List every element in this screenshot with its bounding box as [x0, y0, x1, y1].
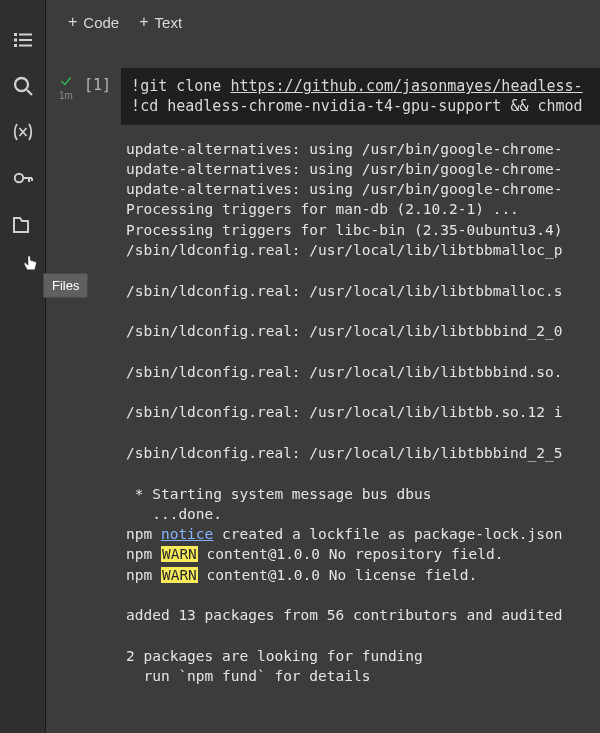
secrets-key-icon[interactable] [11, 166, 35, 190]
svg-rect-2 [14, 39, 17, 42]
execution-time: 1m [59, 90, 73, 101]
output-line: /sbin/ldconfig.real: /usr/local/lib/libt… [126, 240, 600, 260]
output-line [126, 626, 600, 646]
output-line: 2 packages are looking for funding [126, 646, 600, 666]
output-line: update-alternatives: using /usr/bin/goog… [126, 179, 600, 199]
code-editor[interactable]: !git clone https://github.com/jasonmayes… [121, 68, 600, 125]
output-line [126, 423, 600, 443]
main-panel: + Code + Text 1m [1] !git clone https://… [46, 0, 600, 733]
svg-rect-3 [19, 39, 32, 41]
tooltip: Files [43, 273, 88, 298]
output-line [126, 341, 600, 361]
svg-point-8 [14, 174, 22, 182]
svg-rect-0 [14, 33, 17, 36]
add-text-button[interactable]: + Text [139, 13, 182, 31]
code-text: cd headless-chrome-nvidia-t4-gpu-support… [140, 97, 583, 115]
output-line: ...done. [126, 504, 600, 524]
svg-rect-5 [19, 45, 32, 47]
code-text: git clone [140, 77, 230, 95]
plus-icon: + [68, 13, 77, 31]
npm-warn-badge: WARN [161, 567, 198, 583]
output-line: /sbin/ldconfig.real: /usr/local/lib/libt… [126, 281, 600, 301]
output-line [126, 463, 600, 483]
output-line [126, 260, 600, 280]
table-of-contents-icon[interactable] [11, 28, 35, 52]
output-line: /sbin/ldconfig.real: /usr/local/lib/libt… [126, 443, 600, 463]
output-line: update-alternatives: using /usr/bin/goog… [126, 159, 600, 179]
output-line: /sbin/ldconfig.real: /usr/local/lib/libt… [126, 402, 600, 422]
add-code-label: Code [83, 14, 119, 31]
execution-gutter[interactable]: 1m [56, 68, 76, 687]
output-line: npm WARN content@1.0.0 No license field. [126, 565, 600, 585]
svg-point-6 [15, 78, 28, 91]
svg-line-7 [27, 90, 32, 95]
output-line: /sbin/ldconfig.real: /usr/local/lib/libt… [126, 362, 600, 382]
cell-index: [1] [84, 68, 111, 94]
sidebar [0, 0, 46, 733]
add-text-label: Text [155, 14, 183, 31]
output-line: run `npm fund` for details [126, 666, 600, 686]
svg-rect-4 [14, 44, 17, 47]
code-url: https://github.com/jasonmayes/headless- [230, 77, 582, 95]
output-line: Processing triggers for man-db (2.10.2-1… [126, 199, 600, 219]
add-code-button[interactable]: + Code [68, 13, 119, 31]
cell-output[interactable]: update-alternatives: using /usr/bin/goog… [126, 125, 600, 687]
output-line: Processing triggers for libc-bin (2.35-0… [126, 220, 600, 240]
output-line: update-alternatives: using /usr/bin/goog… [126, 139, 600, 159]
notebook-toolbar: + Code + Text [46, 0, 600, 44]
output-line: /sbin/ldconfig.real: /usr/local/lib/libt… [126, 321, 600, 341]
npm-warn-badge: WARN [161, 546, 198, 562]
output-line [126, 382, 600, 402]
search-icon[interactable] [11, 74, 35, 98]
plus-icon: + [139, 13, 148, 31]
output-line: * Starting system message bus dbus [126, 484, 600, 504]
code-cell: 1m [1] !git clone https://github.com/jas… [56, 68, 600, 687]
files-icon[interactable] [11, 212, 35, 236]
npm-notice-link: notice [161, 526, 213, 542]
output-line [126, 585, 600, 605]
output-line: npm notice created a lockfile as package… [126, 524, 600, 544]
variables-icon[interactable] [11, 120, 35, 144]
output-line: npm WARN content@1.0.0 No repository fie… [126, 544, 600, 564]
svg-rect-1 [19, 34, 32, 36]
output-line [126, 301, 600, 321]
check-icon [59, 74, 73, 88]
output-line: added 13 packages from 56 contributors a… [126, 605, 600, 625]
